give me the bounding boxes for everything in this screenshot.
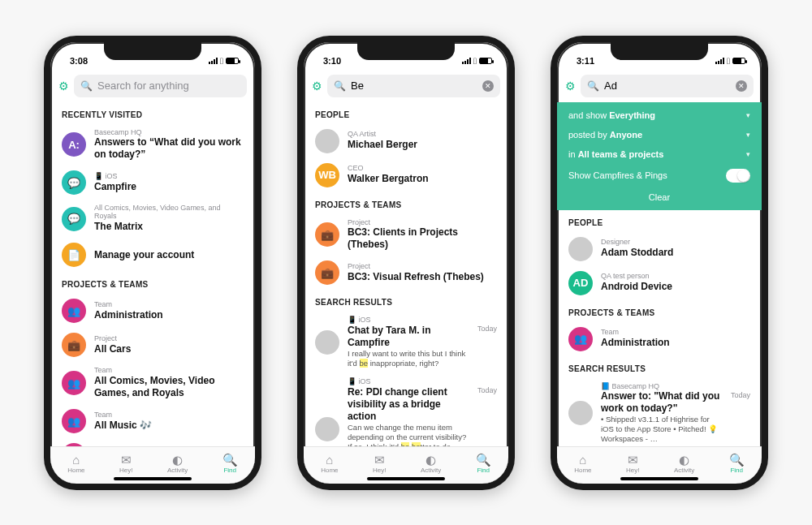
row-title: The Matrix — [94, 221, 244, 233]
list-item[interactable]: 📄 Manage your account — [50, 238, 255, 272]
row-icon: 💼 — [315, 260, 339, 285]
tab-icon: ◐ — [679, 454, 689, 466]
tab-activity[interactable]: ◐Activity — [674, 454, 694, 474]
battery-icon — [732, 58, 745, 64]
clear-filters-button[interactable]: Clear — [568, 187, 750, 202]
tab-label: Activity — [674, 467, 694, 474]
list-item[interactable]: 👥 Team All Comics, Movies, Video Games, … — [50, 362, 255, 404]
clear-search-icon[interactable]: ✕ — [482, 80, 494, 92]
list-item[interactable]: 👥 Team Administration — [557, 322, 762, 356]
list-item[interactable]: 📱 iOS Re: PDI change client visibility a… — [304, 373, 508, 445]
tab-hey[interactable]: ✉Hey! — [373, 454, 386, 474]
list-item[interactable]: Designer Adam Stoddard — [557, 232, 762, 266]
list-item[interactable]: 💼 Project All Cars — [50, 328, 255, 362]
search-input[interactable]: 🔍 Search for anything — [74, 75, 247, 97]
list-item[interactable]: 💼 Project BC3: Clients in Projects (Theb… — [304, 214, 508, 256]
list-item[interactable]: 👥 Team Administration — [50, 294, 255, 328]
list-item[interactable]: A: Basecamp HQ Answers to “What did you … — [50, 124, 255, 166]
tab-activity[interactable]: ◐Activity — [421, 454, 441, 474]
section-header: SEARCH RESULTS — [304, 290, 508, 312]
list-item[interactable]: 👥 Team All Pets — [50, 438, 255, 445]
row-meta: Team — [601, 329, 750, 337]
status-time: 3:08 — [67, 56, 88, 66]
filter-sliders-icon[interactable]: ⚙ — [312, 80, 322, 93]
filter-row[interactable]: in All teams & projects▾ — [568, 144, 750, 164]
section-header: RECENTLY VISITED — [50, 102, 255, 124]
chevron-down-icon: ▾ — [746, 150, 750, 158]
tab-label: Find — [730, 467, 743, 474]
row-icon: 💼 — [315, 222, 339, 247]
tab-icon: 🔍 — [476, 454, 491, 466]
tab-find[interactable]: 🔍Find — [729, 454, 745, 474]
row-icon: 👥 — [62, 371, 86, 395]
row-icon: 💬 — [62, 207, 86, 231]
campfires-toggle[interactable] — [726, 169, 750, 183]
row-meta: Designer — [601, 239, 750, 247]
search-row: ⚙ 🔍 Ad ✕ — [557, 71, 762, 102]
row-title: Administration — [94, 309, 244, 321]
tab-activity[interactable]: ◐Activity — [167, 454, 188, 474]
row-icon — [568, 237, 593, 261]
tab-hey[interactable]: ✉Hey! — [119, 454, 132, 474]
tab-home[interactable]: ⌂Home — [321, 454, 338, 474]
row-meta: CEO — [348, 165, 497, 173]
tab-home[interactable]: ⌂Home — [574, 454, 591, 474]
tab-label: Home — [574, 467, 591, 474]
tab-icon: 🔍 — [729, 454, 745, 466]
row-icon: WB — [315, 163, 339, 187]
section-header: PROJECTS & TEAMS — [304, 192, 508, 214]
search-placeholder: Search for anything — [97, 80, 240, 92]
row-meta: Basecamp HQ — [94, 129, 244, 137]
filter-sliders-icon[interactable]: ⚙ — [565, 80, 576, 93]
tab-home[interactable]: ⌂Home — [67, 454, 84, 474]
row-subtitle: I really want to write this but I think … — [348, 349, 469, 368]
filter-sliders-icon[interactable]: ⚙ — [58, 80, 69, 93]
tab-icon: ✉ — [121, 454, 132, 466]
row-title: BC3: Clients in Projects (Thebes) — [348, 226, 497, 251]
row-timestamp: Today — [477, 316, 497, 333]
device-notch — [357, 42, 455, 60]
results-scroll[interactable]: RECENTLY VISITED A: Basecamp HQ Answers … — [50, 102, 255, 446]
list-item[interactable]: 📱 iOS Chat by Tara M. in Campfire I real… — [304, 312, 508, 373]
search-input[interactable]: 🔍 Ad ✕ — [581, 75, 754, 97]
tab-icon: ⌂ — [72, 454, 80, 466]
row-icon: AD — [568, 271, 593, 295]
list-item[interactable]: 👥 Team All Music 🎶 — [50, 404, 255, 438]
list-item[interactable]: 💼 Project BC3: Visual Refresh (Thebes) — [304, 256, 508, 290]
row-meta: QA Artist — [348, 131, 497, 139]
filter-row[interactable]: and show Everything▾ — [568, 105, 750, 125]
results-scroll[interactable]: PEOPLE QA Artist Michael Berger WB CEO W… — [304, 102, 508, 446]
tab-icon: ✉ — [374, 454, 385, 466]
row-subtitle: Can we change the menu item depending on… — [348, 423, 469, 446]
tab-hey[interactable]: ✉Hey! — [626, 454, 639, 474]
row-title: Campfire — [94, 181, 244, 193]
home-indicator[interactable] — [620, 477, 698, 480]
list-item[interactable]: 📘 Basecamp HQ Answer to: "What did you w… — [557, 378, 762, 446]
list-item[interactable]: 💬 📱 iOS Campfire — [50, 166, 255, 200]
search-value: Ad — [604, 80, 731, 92]
search-value: Be — [351, 80, 477, 92]
device-notch — [104, 42, 201, 60]
tab-find[interactable]: 🔍Find — [222, 454, 238, 474]
search-input[interactable]: 🔍 Be ✕ — [327, 75, 500, 97]
list-item[interactable]: WB CEO Walker Bergatron — [304, 158, 508, 192]
device-notch — [611, 42, 708, 60]
filter-row[interactable]: posted by Anyone▾ — [568, 125, 750, 144]
row-title: Re: PDI change client visibility as a br… — [348, 386, 469, 423]
list-item[interactable]: AD QA test person Android Device — [557, 266, 762, 300]
list-item[interactable]: QA Artist Michael Berger — [304, 124, 508, 158]
row-title: All Music 🎶 — [94, 420, 244, 432]
tab-icon: ⌂ — [579, 454, 586, 466]
phone-mock-2: 3:10 􀙇 ⚙ 🔍 Be ✕ PEOPLE QA Artist Michael… — [297, 36, 515, 490]
clear-search-icon[interactable]: ✕ — [736, 80, 747, 92]
home-indicator[interactable] — [367, 477, 445, 480]
section-header: SEARCH RESULTS — [557, 356, 762, 378]
list-item[interactable]: 💬 All Comics, Movies, Video Games, and R… — [50, 200, 255, 238]
results-scroll[interactable]: and show Everything▾posted by Anyone▾in … — [557, 102, 762, 446]
row-icon: 👥 — [62, 409, 86, 433]
signal-icon — [209, 58, 218, 64]
tab-find[interactable]: 🔍Find — [476, 454, 491, 474]
home-indicator[interactable] — [114, 477, 192, 480]
row-icon: 👥 — [568, 327, 593, 351]
tab-label: Home — [67, 467, 84, 474]
